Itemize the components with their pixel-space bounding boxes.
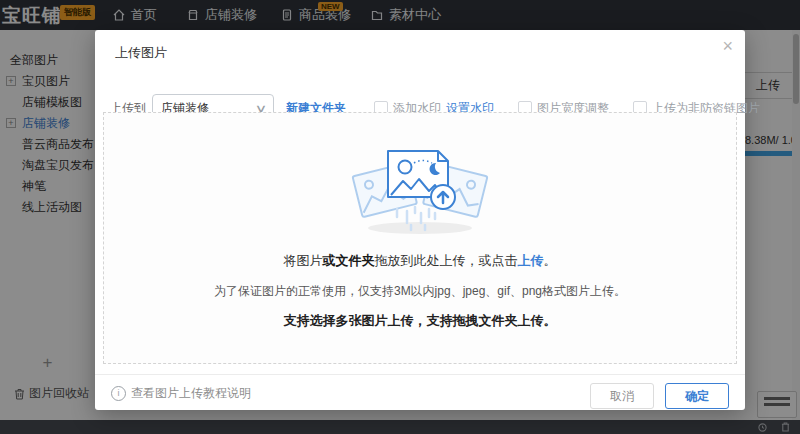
upload-link[interactable]: 上传 <box>518 253 544 268</box>
screen: 宝旺铺 智能版 首页 店铺装修 商品装修 NEW 素材中心 <box>0 0 800 434</box>
drop-instruction-line: 将图片或文件夹拖放到此处上传，或点击上传。 <box>104 252 736 270</box>
drop-text: 。 <box>544 253 557 268</box>
drop-text-bold: 或文件夹 <box>323 253 375 268</box>
drop-text: 将图片 <box>284 253 323 268</box>
multi-select-hint-line: 支持选择多张图片上传，支持拖拽文件夹上传。 <box>104 312 736 330</box>
info-icon: i <box>111 386 126 401</box>
upload-pictures-illustration <box>335 129 505 237</box>
drop-text: 拖放到此处上传，或点击 <box>375 253 518 268</box>
drop-zone[interactable]: 将图片或文件夹拖放到此处上传，或点击上传。 为了保证图片的正常使用，仅支持3M以… <box>103 112 737 364</box>
dialog-footer: i 查看图片上传教程说明 取消 确定 <box>95 374 745 411</box>
dialog-title: 上传图片 <box>115 44 167 62</box>
format-hint-line: 为了保证图片的正常使用，仅支持3M以内jpg、jpeg、gif、png格式图片上… <box>104 283 736 300</box>
upload-tutorial-link[interactable]: i 查看图片上传教程说明 <box>111 385 251 402</box>
confirm-button[interactable]: 确定 <box>665 383 729 409</box>
tutorial-label: 查看图片上传教程说明 <box>131 385 251 402</box>
upload-image-dialog: 上传图片 × 上传到 店铺装修 ∨ 新建文件夹 添加水印 设置水印 图片宽度调整… <box>95 30 745 410</box>
cancel-button[interactable]: 取消 <box>590 383 654 409</box>
close-icon[interactable]: × <box>722 36 733 56</box>
